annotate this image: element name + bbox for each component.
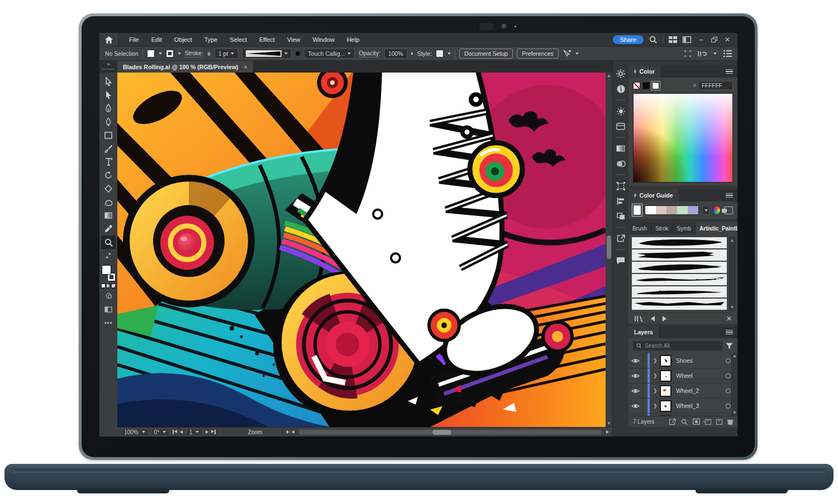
layer-row-partial[interactable]: ❯	[628, 414, 737, 416]
tab-symbols[interactable]: Symb	[673, 222, 696, 234]
prev-artboard-button[interactable]	[180, 430, 183, 434]
chevron-down-icon[interactable]	[713, 52, 717, 55]
gradient-panel-icon[interactable]	[615, 143, 627, 153]
isolate-selection-icon[interactable]	[563, 50, 572, 57]
chevron-down-icon[interactable]	[159, 52, 162, 55]
base-color-swatch[interactable]	[633, 205, 641, 215]
new-layer-icon[interactable]	[716, 419, 722, 425]
arrange-documents-icon[interactable]	[698, 50, 707, 57]
tool-selection[interactable]	[101, 75, 116, 88]
tool-direct-selection[interactable]	[101, 88, 116, 102]
transform-icon[interactable]	[615, 181, 627, 191]
scroll-down-icon[interactable]: ▼	[730, 305, 735, 310]
scroll-down-icon[interactable]: ▼	[607, 421, 611, 426]
layer-thumbnail[interactable]	[660, 370, 672, 382]
close-button[interactable]: ✕	[723, 36, 732, 44]
tool-curvature[interactable]	[101, 115, 116, 128]
scroll-down-icon[interactable]: ▼	[732, 411, 737, 415]
harmony-swatch[interactable]	[666, 206, 677, 214]
collect-for-export-icon[interactable]	[669, 419, 676, 425]
workspace-switcher-icon[interactable]	[723, 50, 732, 57]
expand-chevron-icon[interactable]: ❯	[653, 403, 660, 409]
layer-row[interactable]: ❯ Wheel	[628, 368, 737, 383]
white-swatch[interactable]	[652, 82, 659, 89]
chevron-down-icon[interactable]	[178, 52, 181, 55]
next-artboard-button[interactable]	[206, 430, 208, 434]
target-circle-icon[interactable]	[726, 358, 731, 363]
swap-fill-stroke-icon[interactable]	[101, 249, 116, 262]
tool-paintbrush[interactable]	[101, 142, 116, 155]
brush-item[interactable]	[632, 237, 727, 248]
style-swatch[interactable]	[436, 50, 444, 57]
tool-shaper[interactable]	[101, 182, 116, 195]
color-mode-gradient[interactable]	[106, 284, 111, 288]
brush-item[interactable]	[632, 274, 727, 285]
export-icon[interactable]	[615, 233, 627, 243]
brush-definition[interactable]: Touch Callig...	[304, 49, 355, 59]
scroll-up-icon[interactable]: ▲	[732, 354, 737, 358]
color-sun-icon[interactable]	[615, 106, 627, 116]
expand-chevron-icon[interactable]: ❯	[653, 388, 660, 393]
comment-bubble-icon[interactable]	[615, 256, 627, 266]
zoom-level-select[interactable]: 100%	[121, 429, 149, 436]
trash-icon[interactable]	[727, 419, 733, 425]
menu-window[interactable]: Window	[307, 36, 341, 43]
color-mode-color[interactable]	[101, 284, 106, 288]
layer-thumbnail[interactable]	[660, 400, 672, 412]
panel-menu-icon[interactable]	[726, 69, 733, 74]
menu-file[interactable]: File	[123, 36, 145, 43]
scroll-up-icon[interactable]: ▲	[607, 74, 611, 78]
menu-help[interactable]: Help	[341, 36, 366, 43]
document-setup-button[interactable]: Document Setup	[459, 49, 513, 59]
color-mode-none[interactable]	[111, 284, 116, 288]
fill-box[interactable]	[102, 265, 111, 275]
next-brush-icon[interactable]	[663, 316, 666, 321]
brush-item[interactable]	[632, 286, 727, 297]
horizontal-scrollbar[interactable]	[299, 430, 602, 435]
tab-brushes[interactable]: Brush	[628, 222, 651, 234]
visibility-eye-icon[interactable]	[628, 414, 643, 416]
artboard-number-select[interactable]: 1	[186, 429, 203, 436]
align-icon[interactable]	[615, 196, 627, 206]
chevron-right-icon[interactable]	[411, 52, 413, 55]
filter-funnel-icon[interactable]	[726, 343, 733, 349]
pathfinder-icon[interactable]	[615, 211, 627, 221]
chevron-down-icon[interactable]	[447, 52, 451, 55]
none-swatch[interactable]	[633, 82, 640, 89]
restore-button[interactable]	[711, 37, 717, 42]
close-icon[interactable]: ×	[244, 64, 247, 70]
document-tab[interactable]: Blades Rolling.ai @ 100 % (RGB/Preview) …	[117, 61, 253, 73]
locate-object-icon[interactable]	[681, 419, 688, 425]
menu-select[interactable]: Select	[223, 36, 253, 43]
visibility-eye-icon[interactable]	[628, 368, 643, 383]
clipping-mask-icon[interactable]	[693, 419, 700, 425]
visibility-eye-icon[interactable]	[628, 383, 643, 398]
home-button[interactable]	[99, 33, 118, 46]
layers-panel-tab[interactable]: Layers	[628, 326, 659, 338]
panel-dock-icon[interactable]	[683, 36, 691, 43]
layer-row[interactable]: ❯ Wheel_3	[628, 399, 737, 414]
fill-stroke-control[interactable]	[101, 265, 116, 281]
tool-gradient[interactable]	[101, 209, 116, 222]
layer-name[interactable]: Wheel_3	[676, 402, 699, 409]
properties-gear-icon[interactable]	[615, 69, 627, 79]
expand-chevron-icon[interactable]: ❯	[653, 358, 660, 363]
search-icon[interactable]	[649, 36, 657, 44]
black-swatch[interactable]	[642, 82, 650, 89]
variable-width-profile[interactable]	[242, 49, 292, 59]
opacity-label[interactable]: Opacity:	[359, 50, 380, 57]
expand-chevron-icon[interactable]: ❯	[653, 373, 660, 378]
target-circle-icon[interactable]	[726, 373, 731, 378]
toolbar-more[interactable]: •••	[104, 319, 113, 326]
vertical-scrollbar[interactable]: ▲ ▼	[606, 73, 612, 427]
collapse-icon[interactable]: ▴▾	[634, 193, 636, 198]
layer-name[interactable]: Wheel_2	[676, 387, 699, 394]
chevron-down-icon[interactable]	[575, 52, 579, 55]
opacity-value[interactable]: 100%	[384, 49, 407, 59]
transparency-icon[interactable]	[615, 159, 627, 169]
harmony-swatches[interactable]	[645, 205, 699, 215]
scroll-up-icon[interactable]: ▲	[730, 238, 735, 243]
color-guide-tab[interactable]: ▴▾ Color Guide	[628, 189, 679, 201]
tool-eyedropper[interactable]	[101, 222, 116, 236]
target-circle-icon[interactable]	[726, 388, 731, 393]
